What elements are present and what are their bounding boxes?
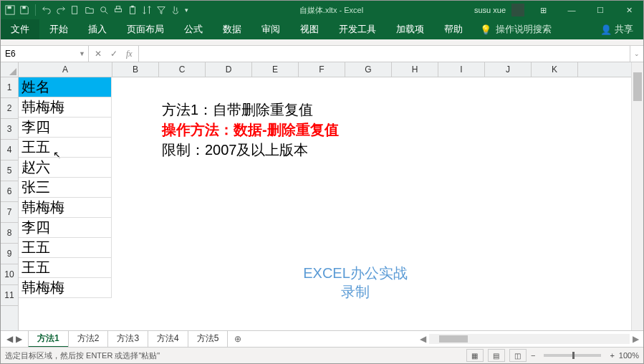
print-icon[interactable] (113, 5, 123, 15)
svg-rect-7 (130, 7, 135, 14)
view-break-icon[interactable]: ◫ (509, 349, 527, 362)
filter-icon[interactable] (156, 5, 166, 15)
row-header[interactable]: 5 (1, 161, 18, 181)
tab-file[interactable]: 文件 (1, 19, 39, 39)
tab-home[interactable]: 开始 (39, 19, 78, 39)
paste-icon[interactable] (128, 5, 138, 15)
save-icon[interactable] (19, 5, 29, 15)
sheet-tab[interactable]: 方法5 (188, 330, 229, 348)
tab-developer[interactable]: 开发工具 (329, 19, 386, 39)
cell-A8[interactable]: 李四 (19, 218, 112, 238)
row-header[interactable]: 9 (1, 244, 18, 264)
cell-A11[interactable]: 韩梅梅 (19, 278, 112, 298)
redo-icon[interactable] (56, 5, 66, 15)
view-normal-icon[interactable]: ▦ (466, 349, 484, 362)
tab-layout[interactable]: 页面布局 (117, 19, 174, 39)
cell-A5[interactable]: 赵六 (19, 158, 112, 178)
text-rec: 录制 (284, 282, 427, 302)
cell-A6[interactable]: 张三 (19, 178, 112, 198)
cell-A7[interactable]: 韩梅梅 (19, 198, 112, 218)
text-operation: 操作方法：数据-删除重复值 (162, 120, 339, 140)
user-area[interactable]: susu xue (470, 4, 529, 16)
preview-icon[interactable] (99, 5, 109, 15)
col-header-G[interactable]: G (345, 62, 392, 77)
enter-formula-icon[interactable]: ✓ (110, 49, 117, 59)
col-header-D[interactable]: D (206, 62, 252, 77)
sort-icon[interactable] (142, 5, 152, 15)
col-header-E[interactable]: E (252, 62, 299, 77)
svg-rect-6 (116, 6, 120, 9)
ribbon-collapsed (1, 39, 643, 46)
col-header-A[interactable]: A (19, 62, 112, 77)
close-icon[interactable]: ✕ (615, 1, 643, 19)
cell-A4[interactable]: 王五 (19, 138, 112, 158)
name-box[interactable]: E6▼ (1, 46, 89, 62)
open-icon[interactable] (85, 5, 95, 15)
zoom-value[interactable]: 100% (619, 351, 639, 360)
row-header[interactable]: 8 (1, 223, 18, 244)
col-header-K[interactable]: K (532, 62, 578, 77)
tab-help[interactable]: 帮助 (434, 19, 473, 39)
col-header-H[interactable]: H (392, 62, 438, 77)
chevron-down-icon[interactable]: ▼ (79, 50, 85, 57)
tab-insert[interactable]: 插入 (78, 19, 117, 39)
new-icon[interactable] (70, 5, 80, 15)
svg-point-4 (101, 7, 106, 12)
text-limit: 限制：2007及以上版本 (162, 140, 309, 160)
row-header[interactable]: 6 (1, 181, 18, 202)
share-button[interactable]: 👤共享 (590, 19, 643, 39)
cells-area[interactable]: 方法1：自带删除重复值 操作方法：数据-删除重复值 限制：2007及以上版本 E… (19, 77, 631, 330)
qat-more-icon[interactable]: ▾ (185, 6, 188, 14)
maximize-icon[interactable]: ☐ (586, 1, 615, 19)
cell-A10[interactable]: 王五 (19, 258, 112, 278)
fx-icon[interactable]: fx (126, 49, 133, 59)
col-header-B[interactable]: B (112, 62, 159, 77)
tab-addins[interactable]: 加载项 (386, 19, 434, 39)
sheet-tab[interactable]: 方法1 (28, 330, 69, 348)
row-header[interactable]: 7 (1, 202, 18, 223)
col-header-C[interactable]: C (159, 62, 206, 77)
tab-formulas[interactable]: 公式 (174, 19, 213, 39)
cell-A9[interactable]: 王五 (19, 238, 112, 258)
row-header[interactable]: 10 (1, 264, 18, 285)
row-header[interactable]: 3 (1, 119, 18, 140)
tab-view[interactable]: 视图 (290, 19, 329, 39)
sheet-tab[interactable]: 方法2 (68, 330, 109, 348)
svg-rect-1 (8, 6, 11, 9)
select-all-corner[interactable] (1, 62, 19, 77)
tab-data[interactable]: 数据 (213, 19, 251, 39)
cancel-formula-icon[interactable]: ✕ (95, 49, 102, 59)
col-header-I[interactable]: I (438, 62, 485, 77)
tab-next-icon[interactable]: ▶ (16, 334, 22, 344)
expand-formula-icon[interactable]: ⌄ (630, 46, 643, 62)
add-sheet-icon[interactable]: ⊕ (227, 334, 249, 344)
formula-input[interactable] (139, 46, 630, 62)
minimize-icon[interactable]: — (557, 1, 586, 19)
horizontal-scrollbar[interactable] (429, 334, 630, 344)
row-header[interactable]: 4 (1, 140, 18, 161)
row-header[interactable]: 1 (1, 77, 18, 98)
col-header-J[interactable]: J (485, 62, 532, 77)
undo-icon[interactable] (42, 5, 52, 15)
view-layout-icon[interactable]: ▤ (488, 349, 505, 362)
tell-me[interactable]: 💡操作说明搜索 (473, 19, 559, 39)
zoom-out-icon[interactable]: − (531, 351, 535, 360)
row-header[interactable]: 2 (1, 98, 18, 119)
autosave-icon[interactable] (5, 5, 15, 15)
cell-A1[interactable]: 姓名 (19, 77, 112, 97)
sheet-tab[interactable]: 方法3 (107, 330, 148, 348)
vertical-scrollbar[interactable] (631, 62, 643, 330)
touch-icon[interactable] (170, 5, 181, 15)
zoom-slider[interactable] (544, 354, 601, 357)
zoom-in-icon[interactable]: + (610, 351, 614, 360)
tab-review[interactable]: 审阅 (251, 19, 290, 39)
sheet-tab[interactable]: 方法4 (148, 330, 188, 348)
cell-A2[interactable]: 韩梅梅 (19, 97, 112, 118)
row-headers: 1234567891011 (1, 77, 19, 330)
cell-A3[interactable]: 李四 (19, 118, 112, 138)
col-header-F[interactable]: F (299, 62, 345, 77)
ribbon-options-icon[interactable]: ⊞ (529, 1, 557, 19)
svg-rect-5 (115, 9, 122, 11)
row-header[interactable]: 11 (1, 285, 18, 306)
tab-prev-icon[interactable]: ◀ (6, 334, 13, 344)
